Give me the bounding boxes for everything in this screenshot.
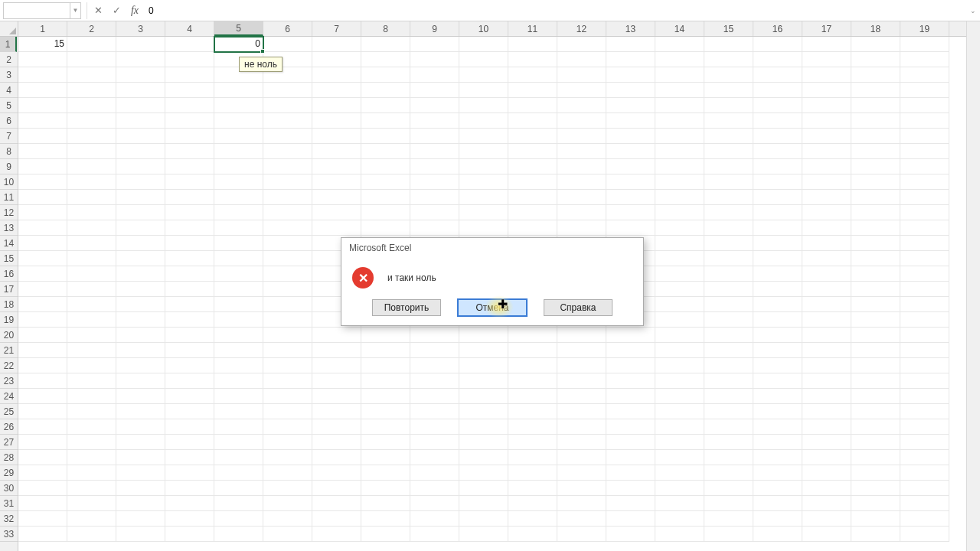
cell[interactable] [67,266,116,282]
cell[interactable] [557,404,606,419]
cell[interactable] [851,373,900,389]
column-header[interactable]: 5 [214,21,263,36]
cell[interactable] [802,343,851,358]
cell[interactable] [116,190,165,205]
cell[interactable] [753,328,802,343]
cell[interactable] [655,435,704,450]
cell[interactable] [165,297,214,312]
cell[interactable] [18,496,67,511]
cell[interactable] [67,159,116,174]
cell[interactable] [410,527,459,542]
cell[interactable] [655,98,704,113]
cell[interactable] [508,328,557,343]
cell[interactable] [165,435,214,450]
cell[interactable] [263,450,312,465]
row-header[interactable]: 25 [0,404,18,419]
cell[interactable] [214,297,263,312]
cell[interactable] [67,358,116,373]
cell[interactable] [312,373,361,389]
column-header[interactable]: 10 [459,21,508,36]
cell[interactable] [410,450,459,465]
cell[interactable] [851,297,900,312]
cell[interactable] [459,144,508,159]
cell[interactable] [18,113,67,129]
cell[interactable] [312,328,361,343]
cell[interactable] [410,98,459,113]
cell[interactable] [753,297,802,312]
cell[interactable] [361,159,410,174]
cell[interactable] [459,511,508,527]
cell[interactable] [312,343,361,358]
cell[interactable] [655,419,704,435]
cell[interactable] [704,174,753,190]
cell[interactable] [851,205,900,220]
cell[interactable] [214,205,263,220]
cell[interactable] [802,251,851,266]
cell[interactable] [508,389,557,404]
cell[interactable] [18,266,67,282]
cell[interactable] [606,190,655,205]
cell[interactable] [263,220,312,236]
row-header[interactable]: 8 [0,144,18,159]
row-header[interactable]: 10 [0,174,18,190]
cell[interactable] [606,511,655,527]
cell[interactable] [851,328,900,343]
cell[interactable] [165,312,214,328]
cell[interactable] [508,220,557,236]
row-header[interactable]: 15 [0,251,18,266]
cell[interactable]: 0 [214,37,263,52]
cell[interactable] [851,236,900,251]
cell[interactable] [851,465,900,481]
cell[interactable] [753,527,802,542]
cell[interactable] [704,373,753,389]
cell[interactable] [851,527,900,542]
cell[interactable] [165,205,214,220]
cell[interactable] [361,435,410,450]
column-header[interactable]: 9 [410,21,459,36]
cell[interactable] [312,37,361,52]
cell[interactable] [361,174,410,190]
cell[interactable] [214,266,263,282]
cell[interactable] [508,113,557,129]
select-all-corner[interactable] [0,21,18,37]
cell[interactable] [557,511,606,527]
cell[interactable] [165,67,214,83]
cell[interactable] [459,404,508,419]
cell[interactable] [67,83,116,98]
cell[interactable] [361,450,410,465]
cell[interactable] [18,83,67,98]
cell[interactable] [655,236,704,251]
cell[interactable] [459,496,508,511]
cell[interactable] [655,220,704,236]
cell[interactable] [116,419,165,435]
cell[interactable] [67,328,116,343]
cell[interactable] [312,113,361,129]
cell[interactable] [214,174,263,190]
cell[interactable] [263,343,312,358]
cell[interactable] [410,220,459,236]
cell[interactable] [655,205,704,220]
cell[interactable] [18,251,67,266]
cell[interactable] [459,358,508,373]
cell[interactable] [802,205,851,220]
cell[interactable] [704,389,753,404]
cell[interactable] [704,52,753,67]
cell[interactable] [67,450,116,465]
column-header[interactable]: 14 [655,21,704,36]
cell[interactable] [67,67,116,83]
cell[interactable] [361,83,410,98]
cell[interactable] [263,328,312,343]
cell[interactable] [900,113,949,129]
row-header[interactable]: 29 [0,465,18,481]
cell[interactable] [361,328,410,343]
cell[interactable] [557,389,606,404]
cell[interactable] [165,83,214,98]
cell[interactable] [459,52,508,67]
cell[interactable] [214,343,263,358]
cell[interactable] [263,373,312,389]
row-header[interactable]: 17 [0,282,18,297]
column-header[interactable]: 12 [557,21,606,36]
cell[interactable] [753,465,802,481]
cell[interactable] [18,389,67,404]
cell[interactable] [753,67,802,83]
